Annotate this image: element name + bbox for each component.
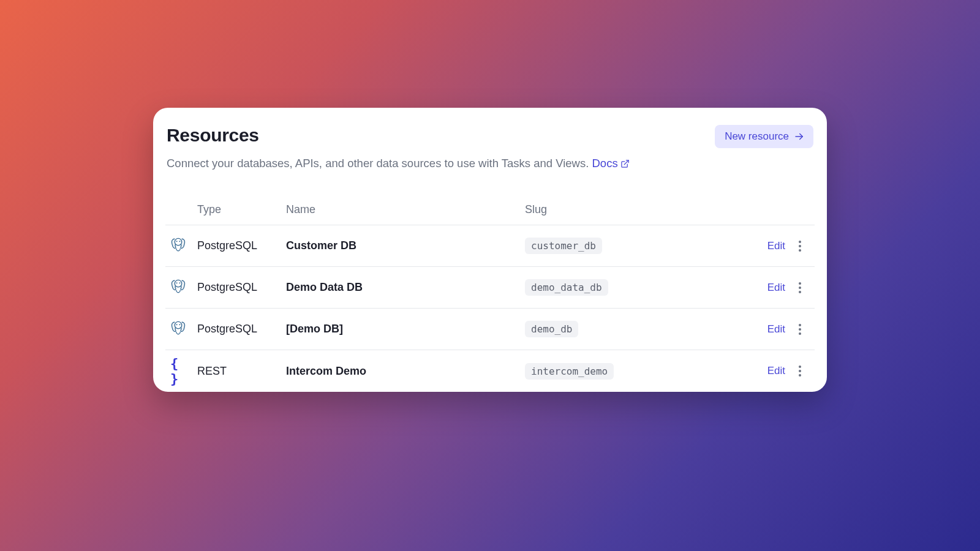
new-resource-label: New resource [725,130,789,143]
row-name: Demo Data DB [286,281,525,294]
edit-button[interactable]: Edit [767,240,785,252]
row-type: REST [197,365,286,378]
row-menu-cell [785,237,815,255]
arrow-right-icon [794,131,805,142]
svg-point-8 [175,321,181,328]
row-slug-cell: demo_data_db [525,279,758,296]
edit-button[interactable]: Edit [767,323,785,335]
resources-table: Type Name Slug PostgreSQL Customer DB cu… [165,203,815,392]
row-actions: Edit [758,323,785,335]
svg-point-5 [175,280,181,287]
slug-badge: demo_db [525,321,578,337]
svg-point-7 [179,282,180,283]
column-type: Type [197,203,286,216]
row-type: PostgreSQL [197,323,286,335]
more-menu-button[interactable] [795,279,805,297]
subtitle-text: Connect your databases, APIs, and other … [167,157,592,170]
table-row: PostgreSQL Customer DB customer_db Edit [165,225,815,267]
more-menu-button[interactable] [795,320,805,339]
svg-line-1 [624,160,628,164]
row-actions: Edit [758,240,785,252]
more-menu-button[interactable] [795,237,805,255]
postgres-icon [170,320,186,339]
row-type: PostgreSQL [197,239,286,252]
postgres-icon [170,279,186,297]
page-title: Resources [167,125,259,146]
row-slug-cell: intercom_demo [525,363,758,380]
svg-point-3 [176,241,178,242]
slug-badge: customer_db [525,238,602,254]
slug-badge: demo_data_db [525,279,608,296]
row-slug-cell: customer_db [525,238,758,254]
svg-point-6 [176,282,178,283]
table-header: Type Name Slug [165,203,815,225]
row-slug-cell: demo_db [525,321,758,337]
table-body: PostgreSQL Customer DB customer_db Edit … [165,225,815,392]
row-icon-cell [165,237,197,255]
docs-link[interactable]: Docs [592,157,630,170]
row-icon-cell [165,279,197,297]
more-menu-button[interactable] [795,362,805,380]
external-link-icon [620,159,630,168]
row-menu-cell [785,279,815,297]
row-actions: Edit [758,282,785,294]
row-name: Intercom Demo [286,365,525,378]
row-menu-cell [785,320,815,339]
resources-card: Resources New resource Connect your data… [153,108,827,392]
column-name: Name [286,203,525,216]
new-resource-button[interactable]: New resource [715,125,813,148]
braces-icon: { } [170,356,197,386]
row-menu-cell [785,362,815,380]
table-row: PostgreSQL [Demo DB] demo_db Edit [165,309,815,350]
row-name: [Demo DB] [286,323,525,335]
edit-button[interactable]: Edit [767,282,785,294]
row-actions: Edit [758,365,785,377]
row-type: PostgreSQL [197,281,286,294]
svg-point-2 [175,238,181,245]
row-name: Customer DB [286,239,525,252]
svg-point-4 [179,241,180,242]
row-icon-cell: { } [165,356,197,386]
slug-badge: intercom_demo [525,363,614,380]
table-row: PostgreSQL Demo Data DB demo_data_db Edi… [165,267,815,309]
column-slug: Slug [525,203,758,216]
svg-point-10 [179,324,180,325]
docs-label: Docs [592,157,618,170]
svg-point-9 [176,324,178,325]
edit-button[interactable]: Edit [767,365,785,377]
card-header: Resources New resource [165,125,815,148]
table-row: { } REST Intercom Demo intercom_demo Edi… [165,350,815,392]
page-subtitle: Connect your databases, APIs, and other … [165,157,815,170]
row-icon-cell [165,320,197,339]
postgres-icon [170,237,186,255]
